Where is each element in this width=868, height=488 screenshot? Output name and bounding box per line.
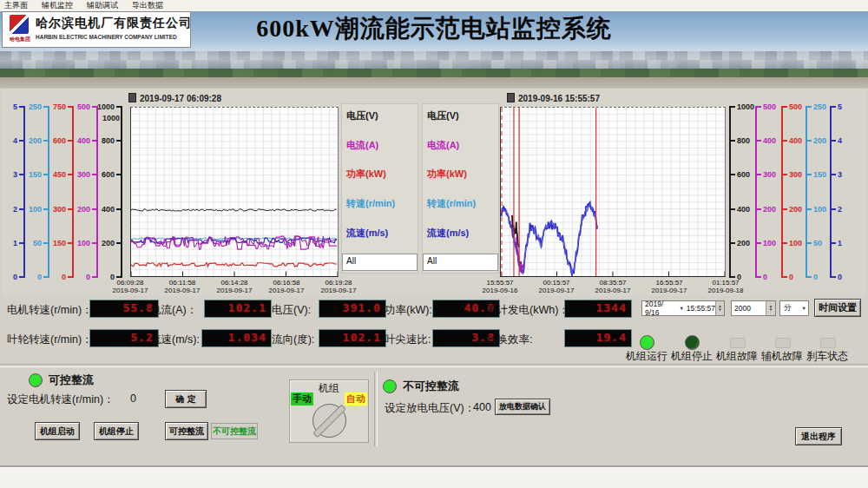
unit-start-button[interactable]: 机组启动 xyxy=(35,422,80,440)
axis-line xyxy=(729,107,731,277)
axis-tick xyxy=(729,140,735,142)
mode-rotary-knob[interactable] xyxy=(312,404,346,438)
datetime-picker[interactable]: 2019/ 9/16 ▼ 15:55:57 ▲▼ xyxy=(641,300,725,316)
footer-strip xyxy=(0,467,868,488)
axis-tick-label: 100 xyxy=(29,205,42,213)
duration-input[interactable]: 2000 ▲▼ xyxy=(731,300,776,316)
readout-label: 电流(A)： xyxy=(150,303,197,318)
axis-tick xyxy=(116,106,122,108)
axis-tick-label: 4 xyxy=(838,137,842,145)
axis-tick-label: 500 xyxy=(77,103,90,111)
y-axis: 0100200300400500 xyxy=(755,107,778,277)
readout-label: 功率(kW): xyxy=(385,303,432,318)
timestamp-marker-icon xyxy=(128,93,136,102)
readout-label: 转换效率: xyxy=(486,333,532,347)
axis-tick-label: 400 xyxy=(737,205,750,213)
duration-unit: 分 xyxy=(784,303,792,313)
legend-item: 电压(V) xyxy=(346,109,378,122)
charts-panel: 0123450501001502002500150300450600750010… xyxy=(2,88,866,296)
grid xyxy=(131,108,338,276)
axis-tick-label: 300 xyxy=(77,171,90,179)
time-spinner[interactable]: ▲▼ xyxy=(715,301,724,315)
axis-tick xyxy=(806,106,812,108)
readout-label: 流速(m/s): xyxy=(150,333,200,347)
menu-item[interactable]: 主界面 xyxy=(4,0,28,11)
controllable-rectify-label: 可控整流 xyxy=(49,373,94,388)
readout-label: 电压(V): xyxy=(272,303,311,318)
duration-spinner[interactable]: ▲▼ xyxy=(766,301,775,315)
x-axis-labels: 06:09:282019-09-1706:11:582019-09-1706:1… xyxy=(130,279,339,298)
x-tick-time: 08:35:57 xyxy=(595,279,631,287)
axis-tick-label: 300 xyxy=(763,171,776,179)
axis-tick-label: 1000 xyxy=(97,103,115,111)
axis-tick xyxy=(781,276,787,278)
x-tick-date: 2019-09-18 xyxy=(708,287,744,294)
logo-label: 哈电集团 xyxy=(5,36,35,43)
confirm-button[interactable]: 确 定 xyxy=(165,390,207,408)
manual-mode-tag: 手动 xyxy=(291,392,313,406)
menu-item[interactable]: 辅助调试 xyxy=(87,0,118,11)
x-tick-time: 06:19:28 xyxy=(321,279,357,287)
axis-tick-label: 100 xyxy=(763,239,776,247)
set-discharge-voltage-value[interactable]: 400 xyxy=(473,401,491,413)
company-logo-icon xyxy=(10,15,29,34)
readout-led-display: 55.8 xyxy=(89,300,159,318)
status-lamp-label: 机组停止 xyxy=(669,349,714,364)
x-tick-label: 15:55:572019-09-16 xyxy=(483,279,518,294)
menu-bar: 主界面辅机监控辅助调试导出数据 xyxy=(0,0,868,11)
axis-tick-label: 400 xyxy=(763,137,776,145)
axis-tick-label: 150 xyxy=(29,171,42,179)
readout-label: 流向(度): xyxy=(272,333,314,347)
readout-label: 累计发电(kWh)： xyxy=(486,303,569,318)
readout-led-display: 5.2 xyxy=(89,329,159,347)
axis-tick xyxy=(43,140,49,142)
x-tick-date: 2019-09-17 xyxy=(321,287,357,294)
x-tick-label: 01:15:572019-09-18 xyxy=(708,279,744,294)
auto-mode-tag: 自动 xyxy=(345,392,367,406)
axis-line xyxy=(72,107,74,277)
uncontrollable-rectify-button[interactable]: 不可控整流 xyxy=(211,423,258,439)
series-selector[interactable]: All xyxy=(342,254,418,271)
x-tick-label: 16:55:572019-09-17 xyxy=(652,279,687,294)
status-lamp-label: 刹车状态 xyxy=(805,349,850,364)
axis-tick-label: 0 xyxy=(86,274,90,281)
axis-tick-label: 300 xyxy=(789,171,802,179)
axis-tick xyxy=(116,208,122,210)
menu-item[interactable]: 导出数据 xyxy=(132,0,163,11)
time-set-button[interactable]: 时间设置 xyxy=(814,299,861,317)
grid xyxy=(501,108,725,276)
axis-tick xyxy=(781,208,787,210)
axis-tick-label: 500 xyxy=(789,103,802,111)
chevron-down-icon[interactable]: ▼ xyxy=(802,306,806,311)
trend-plot[interactable] xyxy=(500,107,726,277)
axis-tick xyxy=(729,242,735,244)
x-tick-label: 06:14:282019-09-17 xyxy=(217,279,253,294)
exit-program-button[interactable]: 退出程序 xyxy=(795,427,842,445)
axis-tick xyxy=(830,140,836,142)
axis-tick xyxy=(806,174,812,175)
discharge-confirm-button[interactable]: 放电数据确认 xyxy=(495,399,550,415)
axis-line xyxy=(781,107,783,277)
duration-unit-select[interactable]: 分 ▼ xyxy=(779,300,809,316)
trend-plot[interactable] xyxy=(130,107,339,277)
menu-item[interactable]: 辅机监控 xyxy=(42,0,73,11)
unit-stop-button[interactable]: 机组停止 xyxy=(94,422,139,440)
x-tick-date: 2019-09-17 xyxy=(217,287,253,294)
axis-tick xyxy=(755,208,761,210)
y-axis: 012345 xyxy=(3,107,25,277)
axis-tick xyxy=(43,242,49,244)
axis-tick xyxy=(68,276,74,278)
controllable-rectify-lamp xyxy=(29,373,43,387)
controllable-rectify-button[interactable]: 可控整流 xyxy=(165,422,208,440)
axis-line xyxy=(23,107,25,277)
status-lamp xyxy=(820,338,836,348)
set-motor-speed-value[interactable]: 0 xyxy=(130,392,136,405)
series-legend: 电压(V)电流(A)功率(kW)转速(r/min)流速(m/s)All xyxy=(341,103,418,274)
status-lamp-label: 辅机故障 xyxy=(760,349,805,364)
series-selector[interactable]: All xyxy=(423,254,498,271)
set-discharge-voltage-label: 设定放电电压(V)： xyxy=(385,401,475,416)
axis-tick xyxy=(68,174,74,175)
axis-tick-label: 100 xyxy=(789,239,802,247)
axis-tick xyxy=(781,106,787,108)
chevron-down-icon[interactable]: ▼ xyxy=(679,306,683,311)
